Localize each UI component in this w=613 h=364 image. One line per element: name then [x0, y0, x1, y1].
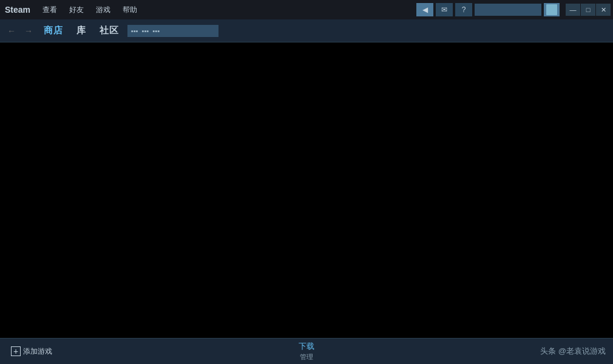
help-button[interactable]: ? [455, 3, 472, 16]
app-logo: Steam [2, 5, 33, 15]
tab-community[interactable]: 社区 [95, 22, 124, 39]
back-button[interactable]: ← [5, 24, 18, 38]
main-content [0, 42, 613, 338]
status-bar: + 添加游戏 下载 管理 头条 @老袁说游戏 [0, 338, 613, 364]
avatar[interactable] [544, 3, 560, 16]
help-icon: ? [462, 5, 466, 14]
nav-bar: ← → 商店 库 社区 [0, 19, 613, 42]
search-input[interactable] [475, 4, 541, 16]
manage-label[interactable]: 管理 [300, 352, 313, 362]
menu-games[interactable]: 游戏 [93, 4, 113, 16]
back-icon: ← [7, 26, 16, 36]
watermark: 头条 @老袁说游戏 [540, 346, 606, 356]
tab-library[interactable]: 库 [72, 22, 91, 39]
menu-view[interactable]: 查看 [40, 4, 59, 16]
menu-help[interactable]: 帮助 [120, 4, 140, 16]
close-icon: ✕ [601, 6, 606, 14]
forward-button[interactable]: → [22, 24, 35, 38]
menu-friends[interactable]: 好友 [67, 4, 86, 16]
title-bar-left: Steam 查看 好友 游戏 帮助 [2, 4, 416, 16]
notification-icon: ◀ [422, 5, 428, 14]
minimize-icon: — [570, 6, 577, 13]
status-left: + 添加游戏 [7, 344, 207, 359]
close-button[interactable]: ✕ [596, 4, 611, 16]
title-bar: Steam 查看 好友 游戏 帮助 ◀ ✉ ? — □ ✕ [0, 0, 613, 19]
url-bar[interactable] [127, 25, 218, 37]
window-controls: — □ ✕ [566, 4, 611, 16]
title-bar-right: ◀ ✉ ? — □ ✕ [416, 3, 611, 16]
notification-button[interactable]: ◀ [416, 3, 433, 16]
minimize-button[interactable]: — [566, 4, 580, 16]
status-right: 头条 @老袁说游戏 [406, 346, 606, 357]
add-game-button[interactable]: + 添加游戏 [7, 344, 56, 359]
status-center: 下载 管理 [207, 341, 407, 362]
avatar-image [546, 4, 557, 15]
tab-store[interactable]: 商店 [39, 22, 68, 39]
add-game-label: 添加游戏 [23, 346, 52, 357]
plus-icon: + [11, 346, 21, 356]
mail-icon: ✉ [441, 5, 447, 14]
mail-button[interactable]: ✉ [436, 3, 453, 16]
maximize-button[interactable]: □ [581, 4, 595, 16]
download-label[interactable]: 下载 [299, 341, 314, 352]
forward-icon: → [24, 26, 33, 36]
maximize-icon: □ [586, 6, 591, 13]
